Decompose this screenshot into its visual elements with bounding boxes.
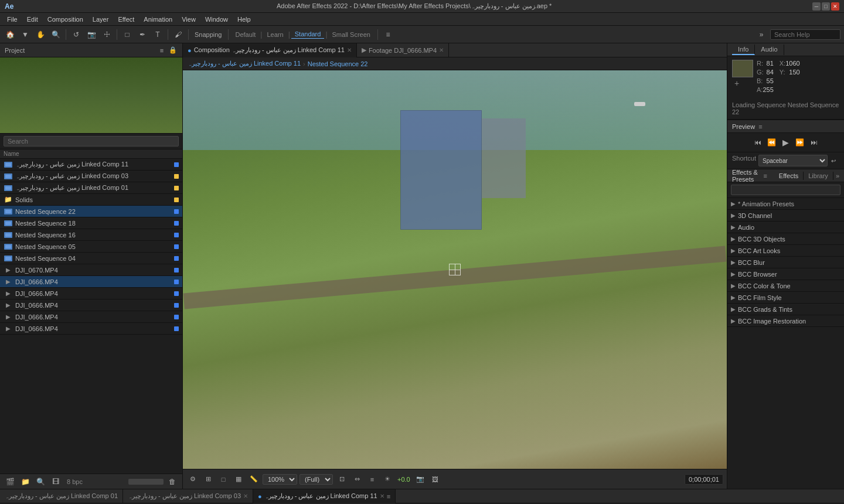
menu-item-animation[interactable]: Animation	[139, 15, 177, 24]
effects-search-input[interactable]	[731, 185, 840, 195]
comp-tab-11[interactable]: ● Composition زمین عباس - رودبارچیرہ Lin…	[183, 43, 357, 57]
brush-tool[interactable]: 🖌	[172, 28, 185, 41]
effects-category-3d-channel[interactable]: ▶3D Channel	[727, 210, 844, 222]
audio-tab[interactable]: Audio	[755, 45, 784, 55]
next-frame-button[interactable]: ⏩	[794, 137, 806, 148]
menu-item-edit[interactable]: Edit	[22, 15, 43, 24]
maximize-button[interactable]: □	[822, 2, 830, 11]
timeline-tab-comp03-close[interactable]: ✕	[243, 493, 248, 499]
effects-category-bcc-browser[interactable]: ▶BCC Browser	[727, 268, 844, 280]
prev-frame-button[interactable]: ⏪	[766, 137, 778, 148]
effects-category-bcc-blur[interactable]: ▶BCC Blur	[727, 257, 844, 268]
expand-toolbar[interactable]: »	[755, 28, 768, 41]
text-tool[interactable]: T	[151, 28, 164, 41]
menu-item-window[interactable]: Window	[200, 15, 233, 24]
timeline-tab-comp11-close[interactable]: ✕	[380, 493, 384, 499]
menu-item-view[interactable]: View	[177, 15, 200, 24]
viewer-toggle-btn[interactable]: ⇔	[350, 473, 363, 486]
project-item-5[interactable]: Nested Sequence 22	[0, 206, 182, 217]
project-item-11[interactable]: ▶DJI_0666.MP4	[0, 276, 182, 288]
timeline-tab-comp11[interactable]: ● زمین عباس - رودبارچیرہ Linked Comp 11 …	[253, 489, 396, 503]
selection-tool[interactable]: ▼	[19, 28, 32, 41]
project-item-1[interactable]: زمین عباس - رودبارچیرہ Linked Comp 11	[0, 159, 182, 171]
project-item-12[interactable]: ▶DJI_0666.MP4	[0, 288, 182, 299]
effects-category-bcc-grads-tints[interactable]: ▶BCC Grads & Tints	[727, 304, 844, 315]
skip-back-button[interactable]: ⏮	[752, 137, 764, 148]
rect-tool[interactable]: □	[121, 28, 134, 41]
effects-expand-icon[interactable]: »	[836, 172, 839, 179]
menu-item-help[interactable]: Help	[233, 15, 256, 24]
effects-tab[interactable]: Effects	[774, 172, 804, 180]
add-color-icon[interactable]: +	[734, 79, 753, 88]
timeline-tab-comp03[interactable]: زمین عباس - رودبارچیرہ Linked Comp 03 ✕	[123, 489, 253, 503]
trash-button[interactable]: 🗑	[166, 475, 179, 488]
project-item-2[interactable]: زمین عباس - رودبارچیرہ Linked Comp 03	[0, 171, 182, 182]
effects-category-bcc-color-tone[interactable]: ▶BCC Color & Tone	[727, 280, 844, 292]
project-item-3[interactable]: زمین عباس - رودبارچیرہ Linked Comp 01	[0, 182, 182, 194]
footage-icon-button[interactable]: 🎞	[49, 475, 62, 488]
library-tab[interactable]: Library	[804, 172, 833, 180]
new-folder-button[interactable]: 📁	[19, 475, 32, 488]
footage-tab-close[interactable]: ✕	[439, 47, 444, 53]
effects-category-animation-presets[interactable]: ▶* Animation Presets	[727, 198, 844, 210]
pen-tool[interactable]: ✒	[136, 28, 149, 41]
viewer-exposure-btn[interactable]: ☀	[381, 473, 394, 486]
project-search-input[interactable]	[4, 136, 179, 147]
project-panel-menu-icon[interactable]: ≡	[157, 46, 166, 55]
timeline-menu-icon[interactable]: ≡	[387, 493, 390, 500]
viewer-settings-btn[interactable]: ⚙	[186, 473, 199, 486]
project-item-6[interactable]: Nested Sequence 18	[0, 217, 182, 229]
zoom-level-select[interactable]: 100% 50% 200%	[263, 474, 297, 485]
breadcrumb-comp11[interactable]: زمین عباس - رودبارچیرہ Linked Comp 11	[188, 60, 301, 67]
project-item-8[interactable]: Nested Sequence 05	[0, 241, 182, 253]
close-button[interactable]: ✕	[831, 2, 839, 11]
effects-menu-icon[interactable]: ≡	[763, 172, 767, 179]
project-item-15[interactable]: ▶DJI_0666.MP4	[0, 323, 182, 335]
new-composition-button[interactable]: 🎬	[4, 475, 16, 488]
effects-category-bcc-image-restoration[interactable]: ▶BCC Image Restoration	[727, 315, 844, 327]
project-item-9[interactable]: Nested Sequence 04	[0, 253, 182, 264]
zoom-tool[interactable]: 🔍	[49, 28, 62, 41]
workspace-options[interactable]: ≡	[382, 28, 394, 41]
effects-category-bcc-art-looks[interactable]: ▶BCC Art Looks	[727, 245, 844, 257]
skip-forward-button[interactable]: ⏭	[808, 137, 820, 148]
preview-menu-icon[interactable]: ≡	[758, 123, 762, 130]
project-item-14[interactable]: ▶DJI_0666.MP4	[0, 311, 182, 323]
comp-tab-11-close[interactable]: ✕	[347, 47, 352, 53]
workspace-standard[interactable]: Standard	[291, 30, 325, 39]
rotate-tool[interactable]: ↺	[70, 28, 83, 41]
viewer-ruler-btn[interactable]: 📏	[247, 473, 260, 486]
menu-item-layer[interactable]: Layer	[88, 15, 114, 24]
menu-item-effect[interactable]: Effect	[113, 15, 139, 24]
project-panel-lock-icon[interactable]: 🔒	[168, 46, 178, 55]
comp-tab-footage[interactable]: ▶ Footage DJI_0666.MP4 ✕	[357, 43, 449, 57]
project-item-10[interactable]: ▶DJI_0670.MP4	[0, 264, 182, 276]
viewer-show-snap-btn[interactable]: 🖼	[429, 473, 442, 486]
viewer-expand-btn[interactable]: ⊡	[335, 473, 348, 486]
project-item-4[interactable]: 📁Solids	[0, 194, 182, 206]
menu-item-composition[interactable]: Composition	[43, 15, 88, 24]
minimize-button[interactable]: ─	[812, 2, 821, 11]
hand-tool[interactable]: ✋	[34, 28, 47, 41]
project-item-13[interactable]: ▶DJI_0666.MP4	[0, 299, 182, 311]
viewer-channel-btn[interactable]: ≡	[366, 473, 379, 486]
home-button[interactable]: 🏠	[4, 28, 16, 41]
effects-category-bcc-3d-objects[interactable]: ▶BCC 3D Objects	[727, 233, 844, 245]
workspace-default[interactable]: Default	[232, 30, 260, 39]
timeline-tab-comp01[interactable]: زمین عباس - رودبارچیرہ Linked Comp 01	[0, 489, 123, 503]
effects-category-audio[interactable]: ▶Audio	[727, 222, 844, 233]
quality-select[interactable]: (Full) (Half)	[300, 474, 333, 485]
viewer-snapshot-btn[interactable]: 📷	[414, 473, 427, 486]
camera-tool[interactable]: 📷	[85, 28, 98, 41]
search-footage-button[interactable]: 🔍	[34, 475, 47, 488]
viewer-pixel-btn[interactable]: □	[217, 473, 230, 486]
viewer-safe-zone-btn[interactable]: ▦	[232, 473, 245, 486]
menu-item-file[interactable]: File	[2, 15, 22, 24]
effects-category-bcc-film-style[interactable]: ▶BCC Film Style	[727, 292, 844, 304]
workspace-small-screen[interactable]: Small Screen	[329, 30, 374, 39]
info-tab[interactable]: Info	[732, 45, 755, 55]
viewer-fit-btn[interactable]: ⊞	[202, 473, 215, 486]
breadcrumb-nested22[interactable]: Nested Sequence 22	[308, 60, 368, 67]
search-help-input[interactable]	[770, 29, 840, 40]
preview-settings-btn[interactable]: ↩	[828, 155, 839, 166]
